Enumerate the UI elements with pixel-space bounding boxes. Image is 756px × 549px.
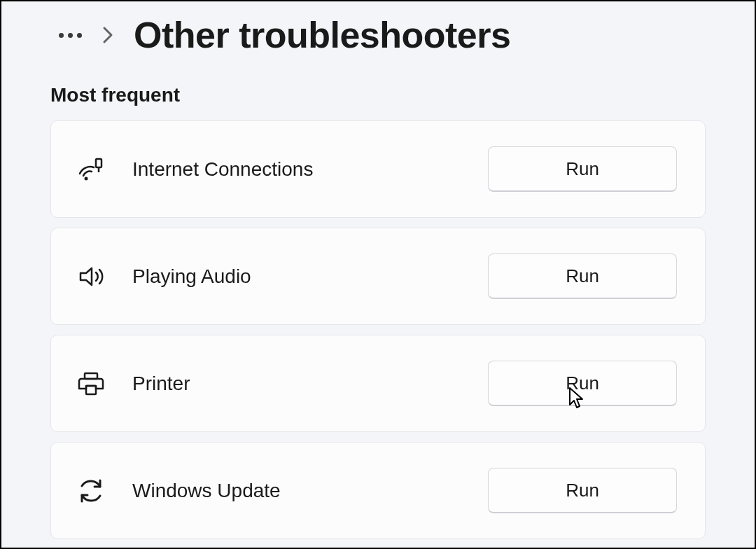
troubleshooter-item-printer[interactable]: Printer Run xyxy=(50,335,706,432)
update-icon xyxy=(76,476,121,506)
speaker-icon xyxy=(76,262,121,291)
svg-point-0 xyxy=(85,176,88,180)
most-frequent-section: Most frequent Internet Connections Run P… xyxy=(1,56,755,539)
printer-icon xyxy=(76,369,121,398)
troubleshooter-item-internet-connections[interactable]: Internet Connections Run xyxy=(50,120,706,218)
wifi-icon xyxy=(76,155,121,184)
section-heading: Most frequent xyxy=(50,84,706,106)
run-button[interactable]: Run xyxy=(488,361,677,406)
svg-rect-1 xyxy=(96,159,102,167)
run-button[interactable]: Run xyxy=(488,146,677,192)
troubleshooter-label: Windows Update xyxy=(121,480,488,502)
chevron-right-icon xyxy=(102,25,114,45)
troubleshooter-item-windows-update[interactable]: Windows Update Run xyxy=(50,442,706,539)
troubleshooter-label: Internet Connections xyxy=(121,158,488,181)
run-button[interactable]: Run xyxy=(488,253,677,299)
ellipsis-icon[interactable] xyxy=(59,33,82,38)
breadcrumb: Other troubleshooters xyxy=(1,1,755,56)
troubleshooter-label: Playing Audio xyxy=(121,265,488,288)
troubleshooter-item-playing-audio[interactable]: Playing Audio Run xyxy=(50,228,706,325)
run-button[interactable]: Run xyxy=(488,468,677,513)
page-title: Other troubleshooters xyxy=(134,14,510,56)
troubleshooter-label: Printer xyxy=(121,373,488,395)
svg-rect-4 xyxy=(86,386,96,394)
